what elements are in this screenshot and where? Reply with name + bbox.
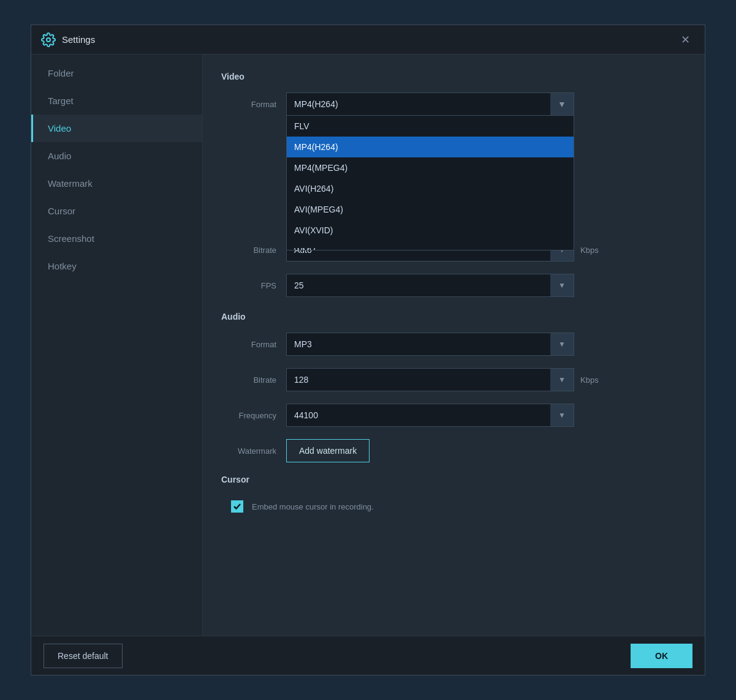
format-label: Format xyxy=(221,100,276,109)
format-selected-value: MP4(H264) xyxy=(294,99,338,109)
add-watermark-button[interactable]: Add watermark xyxy=(286,439,370,462)
audio-bitrate-dropdown-arrow: ▼ xyxy=(550,369,574,391)
close-button[interactable]: ✕ xyxy=(675,30,695,50)
frequency-select-wrapper: 44100 ▼ xyxy=(286,404,574,427)
audio-format-row: Format MP3 ▼ xyxy=(221,333,686,356)
format-option-mp4mpeg4[interactable]: MP4(MPEG4) xyxy=(287,157,574,178)
main-content: Folder Target Video Audio Watermark Curs… xyxy=(31,55,705,636)
settings-icon xyxy=(41,32,56,47)
format-option-mp4h264[interactable]: MP4(H264) xyxy=(287,137,574,157)
cursor-section: Cursor Embed mouse cursor in recording. xyxy=(221,475,686,517)
settings-window: Settings ✕ Folder Target Video Audio Wat… xyxy=(31,24,705,676)
window-title: Settings xyxy=(62,34,675,45)
sidebar-item-screenshot[interactable]: Screenshot xyxy=(31,225,202,252)
format-option-avixvid[interactable]: AVI(XVID) xyxy=(287,220,574,241)
audio-format-select-wrapper: MP3 ▼ xyxy=(286,333,574,356)
cursor-section-title: Cursor xyxy=(221,475,686,484)
titlebar: Settings ✕ xyxy=(31,25,705,55)
audio-format-value: MP3 xyxy=(294,339,312,349)
sidebar-item-watermark[interactable]: Watermark xyxy=(31,170,202,197)
fps-row: FPS 25 ▼ xyxy=(221,274,686,297)
svg-point-0 xyxy=(47,38,50,42)
format-option-avimpeg4[interactable]: AVI(MPEG4) xyxy=(287,199,574,220)
sidebar-item-target[interactable]: Target xyxy=(31,87,202,115)
video-section-title: Video xyxy=(221,72,686,81)
sidebar-item-video[interactable]: Video xyxy=(31,115,202,142)
embed-cursor-checkbox[interactable] xyxy=(231,500,243,513)
fps-value: 25 xyxy=(294,280,304,290)
format-dropdown-arrow: ▼ xyxy=(550,93,574,115)
footer: Reset default OK xyxy=(31,636,705,675)
watermark-label: Watermark xyxy=(221,446,276,456)
format-dropdown-container: MP4(H264) ▼ FLV MP4(H264) MP4(MPEG4) AVI… xyxy=(286,92,574,116)
fps-label: FPS xyxy=(221,281,276,290)
audio-bitrate-unit: Kbps xyxy=(580,375,599,385)
fps-dropdown-arrow: ▼ xyxy=(550,274,574,296)
fps-select-wrapper: 25 ▼ xyxy=(286,274,574,297)
format-row: Format MP4(H264) ▼ FLV MP4(H264) MP4(MPE… xyxy=(221,92,686,116)
watermark-row: Watermark Add watermark xyxy=(221,439,686,462)
audio-format-dropdown-arrow: ▼ xyxy=(550,333,574,355)
audio-bitrate-label: Bitrate xyxy=(221,375,276,385)
frequency-label: Frequency xyxy=(221,411,276,420)
reset-default-button[interactable]: Reset default xyxy=(44,644,123,668)
audio-format-label: Format xyxy=(221,340,276,349)
bitrate-unit: Kbps xyxy=(580,246,599,255)
format-option-wmv[interactable]: WMV xyxy=(287,241,574,250)
embed-cursor-row: Embed mouse cursor in recording. xyxy=(231,495,686,517)
format-dropdown-trigger[interactable]: MP4(H264) ▼ xyxy=(286,92,574,116)
frequency-row: Frequency 44100 ▼ xyxy=(221,404,686,427)
sidebar-item-audio[interactable]: Audio xyxy=(31,142,202,170)
sidebar-item-cursor[interactable]: Cursor xyxy=(31,197,202,225)
content-area: Video Format MP4(H264) ▼ FLV MP4(H264) M… xyxy=(203,55,705,636)
audio-bitrate-value: 128 xyxy=(294,375,308,385)
bitrate-label: Bitrate xyxy=(221,246,276,255)
format-option-avih264[interactable]: AVI(H264) xyxy=(287,178,574,199)
audio-bitrate-row: Bitrate 128 ▼ Kbps xyxy=(221,368,686,391)
audio-bitrate-select-wrapper: 128 ▼ xyxy=(286,368,574,391)
embed-cursor-label: Embed mouse cursor in recording. xyxy=(252,502,374,511)
format-option-flv[interactable]: FLV xyxy=(287,116,574,137)
ok-button[interactable]: OK xyxy=(631,644,692,668)
sidebar: Folder Target Video Audio Watermark Curs… xyxy=(31,55,203,636)
format-dropdown-list: FLV MP4(H264) MP4(MPEG4) AVI(H264) AVI(M… xyxy=(286,116,574,250)
sidebar-item-folder[interactable]: Folder xyxy=(31,59,202,87)
frequency-dropdown-arrow: ▼ xyxy=(550,404,574,426)
frequency-value: 44100 xyxy=(294,410,318,420)
sidebar-item-hotkey[interactable]: Hotkey xyxy=(31,252,202,280)
content-inner: Video Format MP4(H264) ▼ FLV MP4(H264) M… xyxy=(203,55,705,636)
audio-section-title: Audio xyxy=(221,312,686,322)
